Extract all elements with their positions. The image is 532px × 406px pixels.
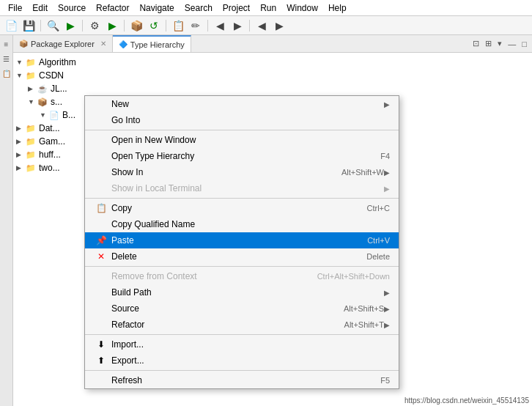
ctx-remove-context-shortcut: Ctrl+Alt+Shift+Down [317, 272, 390, 281]
ctx-build-path[interactable]: Build Path ▶ [85, 284, 399, 300]
tab-toolbar-btn-1[interactable]: ⊡ [470, 38, 481, 49]
ctx-refresh[interactable]: Refresh F5 [85, 372, 399, 388]
ctx-source-arrow: ▶ [384, 305, 390, 313]
ctx-go-into[interactable]: Go Into [85, 112, 399, 128]
toolbar-btn-3[interactable]: ⚙ [86, 18, 103, 33]
ctx-refactor[interactable]: Refactor Alt+Shift+T ▶ [85, 317, 399, 333]
folder-icon-two: 📁 [25, 162, 37, 174]
toolbar-btn-11[interactable]: ◀ [254, 18, 270, 33]
toolbar-new-btn[interactable]: 📄 [3, 18, 19, 33]
context-menu: New ▶ Go Into Open in New Window Open Ty… [84, 95, 399, 389]
ctx-sep-1 [85, 130, 399, 130]
ctx-show-in[interactable]: Show In Alt+Shift+W ▶ [85, 164, 399, 180]
ctx-source[interactable]: Source Alt+Shift+S ▶ [85, 300, 399, 317]
toolbar-save-btn[interactable]: 💾 [21, 18, 37, 33]
ctx-refactor-arrow: ▶ [384, 321, 390, 329]
ctx-import-label: Import... [111, 339, 390, 350]
ctx-open-new-window[interactable]: Open in New Window [85, 132, 399, 148]
status-bar: https://blog.csdn.net/weixin_45514135 [402, 395, 532, 406]
tab-toolbar-btn-3[interactable]: ▾ [495, 38, 504, 49]
tab-bar: 📦 Package Explorer ✕ 🔷 Type Hierarchy ⊡ … [13, 35, 532, 53]
arrow-dat: ▶ [16, 125, 25, 132]
menu-project[interactable]: Project [218, 1, 255, 15]
tab-toolbar-minimize[interactable]: — [506, 39, 518, 49]
ctx-refresh-label: Refresh [111, 375, 351, 385]
toolbar-btn-12[interactable]: ▶ [271, 18, 287, 33]
menu-run[interactable]: Run [255, 1, 281, 15]
ctx-go-into-label: Go Into [111, 115, 390, 125]
ctx-show-local-terminal-arrow: ▶ [384, 185, 390, 193]
ctx-copy-label: Copy [111, 203, 338, 213]
ctx-paste-icon: 📌 [94, 235, 108, 246]
menu-edit[interactable]: Edit [27, 1, 53, 15]
ctx-open-new-window-label: Open in New Window [111, 135, 390, 145]
ctx-show-in-shortcut: Alt+Shift+W [341, 168, 384, 177]
toolbar-debug-btn[interactable]: 🔍 [45, 18, 61, 33]
menu-refactor[interactable]: Refactor [91, 1, 134, 15]
toolbar-btn-5[interactable]: 📦 [128, 18, 144, 33]
java-icon-jl: ☕ [37, 83, 48, 95]
tree-label-jl: JL... [51, 84, 67, 94]
ctx-copy-icon: 📋 [94, 202, 108, 214]
ctx-copy-shortcut: Ctrl+C [367, 204, 390, 213]
toolbar-btn-6[interactable]: ↺ [146, 18, 162, 33]
tree-item-jl[interactable]: ▶ ☕ JL... [13, 82, 532, 95]
folder-icon-algorithm: 📁 [25, 56, 37, 68]
ctx-export-icon: ⬆ [94, 355, 108, 366]
ctx-open-type-hierarchy[interactable]: Open Type Hierarchy F4 [85, 148, 399, 164]
tab-package-explorer-label: Package Explorer [31, 40, 95, 48]
ctx-export[interactable]: ⬆ Export... [85, 353, 399, 369]
menu-help[interactable]: Help [323, 1, 352, 15]
menu-source[interactable]: Source [53, 1, 91, 15]
side-icon-1[interactable]: ≡ [1, 38, 12, 50]
arrow-two: ▶ [16, 164, 25, 171]
ctx-delete[interactable]: ✕ Delete Delete [85, 248, 399, 265]
folder-icon-gam: 📁 [25, 136, 37, 147]
ctx-sep-2 [85, 198, 399, 199]
folder-icon-csdn: 📁 [25, 70, 37, 81]
toolbar-sep-1 [40, 20, 41, 32]
ctx-new-arrow: ▶ [384, 100, 390, 108]
side-icon-3[interactable]: 📋 [1, 67, 12, 79]
tree-label-huff: huff... [39, 150, 61, 160]
ctx-paste[interactable]: 📌 Paste Ctrl+V [85, 232, 399, 248]
ctx-new-label: New [111, 99, 384, 109]
menu-search[interactable]: Search [180, 1, 218, 15]
toolbar-btn-9[interactable]: ◀ [212, 18, 228, 33]
tree-label-two: two... [39, 163, 60, 173]
tree-label-s: s... [51, 97, 62, 107]
ctx-source-label: Source [111, 303, 314, 314]
toolbar-run-btn[interactable]: ▶ [62, 18, 78, 33]
tree-label-csdn: CSDN [39, 70, 64, 81]
ctx-copy[interactable]: 📋 Copy Ctrl+C [85, 200, 399, 216]
toolbar-btn-8[interactable]: ✏ [188, 18, 204, 33]
ctx-copy-qualified[interactable]: Copy Qualified Name [85, 216, 399, 232]
toolbar-btn-4[interactable]: ▶ [104, 18, 120, 33]
tab-type-hierarchy-label: Type Hierarchy [130, 40, 185, 49]
ctx-source-shortcut: Alt+Shift+S [344, 304, 384, 313]
menu-navigate[interactable]: Navigate [134, 1, 179, 15]
tab-toolbar-btn-2[interactable]: ⊞ [483, 38, 494, 49]
toolbar-btn-10[interactable]: ▶ [229, 18, 245, 33]
side-icon-2[interactable]: ☰ [1, 53, 12, 64]
folder-icon-huff: 📁 [25, 149, 37, 160]
tab-package-explorer-close[interactable]: ✕ [100, 40, 106, 48]
ctx-new[interactable]: New ▶ [85, 96, 399, 112]
menu-window[interactable]: Window [281, 1, 323, 15]
tab-type-hierarchy[interactable]: 🔷 Type Hierarchy [113, 35, 191, 52]
ctx-sep-5 [85, 370, 399, 371]
toolbar-sep-6 [249, 20, 250, 32]
toolbar-sep-2 [82, 20, 83, 32]
tab-toolbar-maximize[interactable]: □ [520, 39, 529, 49]
ctx-import[interactable]: ⬇ Import... [85, 336, 399, 353]
toolbar-btn-7[interactable]: 📋 [170, 18, 186, 33]
ctx-refactor-shortcut: Alt+Shift+T [344, 320, 384, 329]
side-icons: ≡ ☰ 📋 [0, 35, 13, 406]
menu-file[interactable]: File [3, 1, 27, 15]
tree-label-gam: Gam... [39, 136, 65, 147]
folder-icon-dat: 📁 [25, 122, 37, 134]
tree-item-csdn[interactable]: ▼ 📁 CSDN [13, 69, 532, 82]
tab-package-explorer[interactable]: 📦 Package Explorer ✕ [13, 35, 113, 52]
toolbar-sep-4 [166, 20, 166, 32]
tree-item-algorithm[interactable]: ▼ 📁 Algorithm [13, 56, 532, 69]
